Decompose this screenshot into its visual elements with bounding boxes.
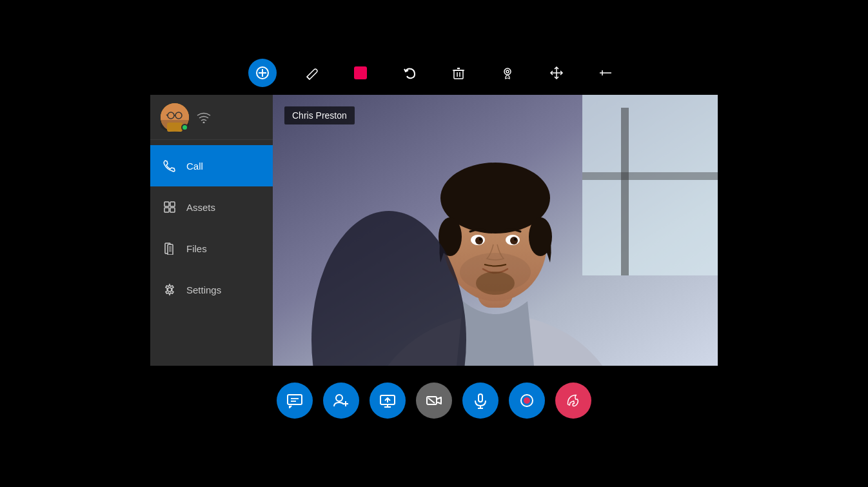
pen-tool-button[interactable]	[297, 59, 326, 87]
sidebar-item-settings-label: Settings	[186, 284, 221, 295]
move-button[interactable]	[542, 59, 571, 87]
svg-rect-27	[168, 244, 173, 255]
nav-items: Call Assets	[150, 140, 273, 310]
screenshare-button[interactable]	[370, 383, 406, 419]
sidebar-item-call-label: Call	[186, 161, 203, 172]
location-button[interactable]	[493, 59, 522, 87]
svg-point-31	[168, 288, 172, 292]
svg-rect-33	[582, 95, 718, 275]
sidebar-header	[150, 95, 273, 140]
sidebar-item-settings[interactable]: Settings	[150, 269, 273, 310]
undo-button[interactable]	[395, 59, 424, 87]
call-controls	[277, 371, 591, 430]
sidebar: Call Assets	[150, 95, 273, 366]
svg-point-46	[479, 238, 482, 241]
svg-rect-22	[164, 202, 169, 206]
caller-name-text: Chris Preston	[292, 110, 347, 121]
sidebar-item-assets[interactable]: Assets	[150, 186, 273, 228]
svg-point-49	[476, 272, 515, 295]
call-icon	[163, 159, 177, 172]
svg-point-47	[514, 238, 517, 241]
svg-point-44	[475, 237, 483, 244]
sidebar-item-files[interactable]: Files	[150, 228, 273, 269]
svg-rect-34	[621, 108, 629, 275]
mute-button[interactable]	[462, 383, 498, 419]
chat-button[interactable]	[277, 383, 313, 419]
settings-icon	[163, 283, 177, 296]
svg-rect-35	[582, 172, 718, 180]
sidebar-item-files-label: Files	[186, 243, 207, 254]
app-container: Call Assets	[144, 57, 724, 431]
user-avatar-container	[161, 103, 189, 132]
svg-point-45	[510, 237, 518, 244]
svg-line-19	[166, 115, 168, 115]
toolbar	[208, 57, 660, 90]
add-person-button[interactable]	[323, 383, 359, 419]
sidebar-item-assets-label: Assets	[186, 202, 215, 213]
record-button[interactable]	[509, 383, 545, 419]
svg-line-62	[428, 398, 435, 403]
sidebar-item-call[interactable]: Call	[150, 145, 273, 186]
svg-point-9	[504, 68, 511, 75]
hangup-button[interactable]	[555, 383, 591, 419]
video-background: Chris Preston	[273, 95, 718, 366]
wifi-icon	[197, 112, 211, 123]
pin-button[interactable]	[591, 59, 620, 87]
online-status-dot	[181, 124, 188, 131]
svg-point-67	[524, 397, 530, 404]
svg-rect-24	[164, 208, 169, 212]
svg-point-54	[336, 395, 342, 401]
svg-point-41	[529, 217, 552, 256]
assets-icon	[163, 201, 177, 214]
delete-button[interactable]	[444, 59, 473, 87]
svg-point-21	[203, 121, 205, 123]
select-tool-button[interactable]	[248, 59, 277, 87]
video-button[interactable]	[416, 383, 452, 419]
svg-rect-25	[170, 208, 175, 212]
color-tool-button[interactable]	[346, 59, 375, 87]
svg-rect-20	[167, 123, 182, 132]
svg-rect-4	[454, 70, 463, 79]
svg-line-3	[307, 77, 310, 79]
svg-rect-23	[170, 202, 175, 206]
main-area: Call Assets	[150, 95, 718, 366]
files-icon	[163, 242, 177, 255]
svg-rect-51	[288, 395, 302, 404]
svg-point-10	[506, 70, 509, 73]
video-area: Chris Preston	[273, 95, 718, 366]
svg-rect-63	[478, 394, 482, 402]
caller-name-badge: Chris Preston	[284, 106, 355, 124]
